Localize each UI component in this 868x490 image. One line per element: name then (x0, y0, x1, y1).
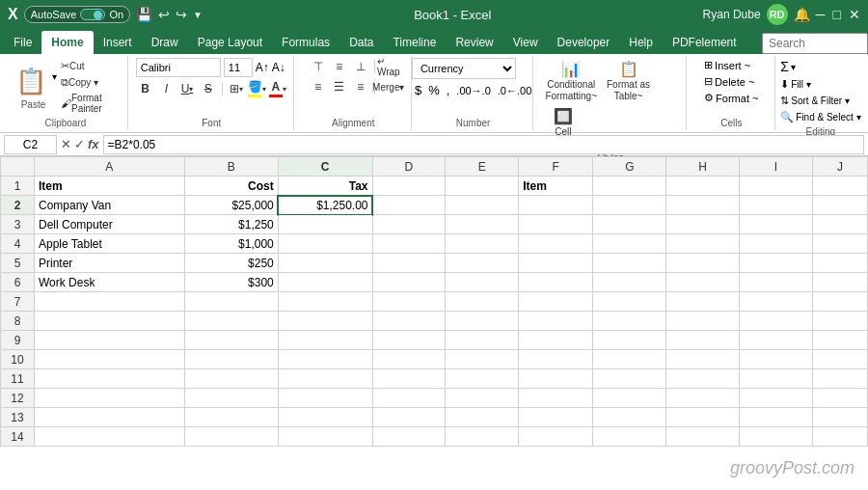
cell-r3-c8[interactable] (666, 215, 740, 234)
cell-r13-c2[interactable] (184, 408, 278, 427)
row-header-3[interactable]: 3 (1, 215, 35, 234)
cell-r13-c5[interactable] (446, 408, 519, 427)
font-color-button[interactable]: A ▾ (268, 80, 287, 97)
cell-r8-c3[interactable] (278, 312, 372, 331)
tab-timeline[interactable]: Timeline (383, 31, 446, 54)
row-header-13[interactable]: 13 (1, 408, 35, 427)
cell-r3-c2[interactable]: $1,250 (184, 215, 278, 234)
tab-file[interactable]: File (4, 31, 41, 54)
cell-r9-c10[interactable] (812, 331, 867, 350)
cell-r4-c4[interactable] (372, 234, 446, 254)
cell-r14-c4[interactable] (372, 427, 446, 447)
align-bottom-button[interactable]: ⊥ (351, 58, 370, 75)
minimize-button[interactable]: ─ (816, 7, 826, 22)
col-header-d[interactable]: D (372, 157, 446, 177)
cell-r1-c1[interactable]: Item (35, 177, 185, 196)
find-select-button[interactable]: 🔍 Find & Select ▾ (777, 110, 863, 124)
cell-r4-c2[interactable]: $1,000 (184, 234, 278, 254)
cell-r9-c9[interactable] (740, 331, 813, 350)
cell-r7-c4[interactable] (372, 292, 446, 312)
cell-r11-c6[interactable] (519, 369, 593, 389)
row-header-7[interactable]: 7 (1, 292, 35, 312)
autosave-toggle[interactable] (80, 9, 105, 20)
comma-button[interactable]: , (444, 82, 453, 98)
cell-r7-c9[interactable] (740, 292, 813, 312)
cell-r5-c6[interactable] (519, 254, 593, 273)
cell-r5-c7[interactable] (593, 254, 666, 273)
cell-r8-c8[interactable] (666, 312, 740, 331)
cell-r9-c5[interactable] (446, 331, 519, 350)
cell-r10-c8[interactable] (666, 350, 740, 369)
cell-r3-c7[interactable] (593, 215, 666, 234)
font-size-input[interactable] (224, 58, 253, 77)
format-painter-button[interactable]: 🖌 Format Painter (59, 92, 122, 115)
cell-r1-c6[interactable]: Item (519, 177, 593, 196)
sheet-table-container[interactable]: A B C D E F G H I J 1ItemCostTaxItem2Com… (0, 156, 868, 490)
autosum-button[interactable]: Σ ▾ (777, 58, 863, 75)
close-button[interactable]: ✕ (849, 7, 860, 22)
cell-r3-c1[interactable]: Dell Computer (35, 215, 185, 234)
cell-r6-c6[interactable] (519, 273, 593, 292)
row-header-4[interactable]: 4 (1, 234, 35, 254)
format-as-table-button[interactable]: 📋 Format as Table~ (603, 58, 654, 103)
cell-r2-c3[interactable]: $1,250.00 (278, 196, 372, 215)
cell-r5-c1[interactable]: Printer (35, 254, 185, 273)
cell-r8-c5[interactable] (446, 312, 519, 331)
cell-r7-c3[interactable] (278, 292, 372, 312)
align-left-button[interactable]: ≡ (309, 78, 328, 95)
tab-formulas[interactable]: Formulas (272, 31, 339, 54)
cancel-formula-icon[interactable]: ✕ (61, 137, 71, 151)
bold-button[interactable]: B (136, 80, 155, 97)
col-header-e[interactable]: E (446, 157, 519, 177)
cell-r2-c10[interactable] (812, 196, 867, 215)
cell-r7-c10[interactable] (812, 292, 867, 312)
cell-r11-c1[interactable] (35, 369, 185, 389)
cell-r14-c8[interactable] (666, 427, 740, 447)
strikethrough-button[interactable]: S (199, 80, 218, 97)
cell-r14-c5[interactable] (446, 427, 519, 447)
cell-r3-c3[interactable] (278, 215, 372, 234)
cell-r1-c3[interactable]: Tax (278, 177, 372, 196)
cell-r2-c6[interactable] (519, 196, 593, 215)
cell-r6-c8[interactable] (666, 273, 740, 292)
row-header-1[interactable]: 1 (1, 177, 35, 196)
cell-r1-c5[interactable] (446, 177, 519, 196)
paste-button[interactable]: 📋 (10, 64, 52, 99)
decrease-font-icon[interactable]: A↓ (272, 61, 285, 74)
cell-r13-c7[interactable] (593, 408, 666, 427)
cell-r11-c9[interactable] (740, 369, 813, 389)
cell-r10-c5[interactable] (446, 350, 519, 369)
cell-r8-c2[interactable] (184, 312, 278, 331)
cell-r8-c1[interactable] (35, 312, 185, 331)
save-icon[interactable]: 💾 (136, 7, 152, 22)
tab-review[interactable]: Review (446, 31, 502, 54)
ribbon-display-icon[interactable]: 🔔 (794, 7, 810, 22)
cell-r8-c9[interactable] (740, 312, 813, 331)
cell-r5-c5[interactable] (446, 254, 519, 273)
cell-r5-c9[interactable] (740, 254, 813, 273)
cell-r8-c4[interactable] (372, 312, 446, 331)
cell-r9-c3[interactable] (278, 331, 372, 350)
cell-r2-c7[interactable] (593, 196, 666, 215)
formula-input[interactable] (103, 135, 864, 154)
cell-r14-c10[interactable] (812, 427, 867, 447)
cell-r8-c7[interactable] (593, 312, 666, 331)
cell-r11-c10[interactable] (812, 369, 867, 389)
border-button[interactable]: ⊞▾ (227, 80, 246, 97)
cell-r9-c2[interactable] (184, 331, 278, 350)
cell-r12-c9[interactable] (740, 389, 813, 408)
cell-r3-c10[interactable] (812, 215, 867, 234)
cell-r14-c6[interactable] (519, 427, 593, 447)
col-header-h[interactable]: H (666, 157, 740, 177)
cell-r7-c7[interactable] (593, 292, 666, 312)
format-button[interactable]: ⚙ Format ~ (701, 91, 761, 105)
cell-r2-c2[interactable]: $25,000 (184, 196, 278, 215)
dollar-button[interactable]: % (425, 82, 443, 98)
cell-reference-box[interactable] (4, 135, 57, 154)
cell-r6-c1[interactable]: Work Desk (35, 273, 185, 292)
cell-r10-c6[interactable] (519, 350, 593, 369)
merge-button[interactable]: Merge▾ (379, 78, 398, 95)
copy-button[interactable]: ⧉ Copy ▾ (59, 75, 122, 90)
col-header-i[interactable]: I (740, 157, 813, 177)
col-header-c[interactable]: C (278, 157, 372, 177)
